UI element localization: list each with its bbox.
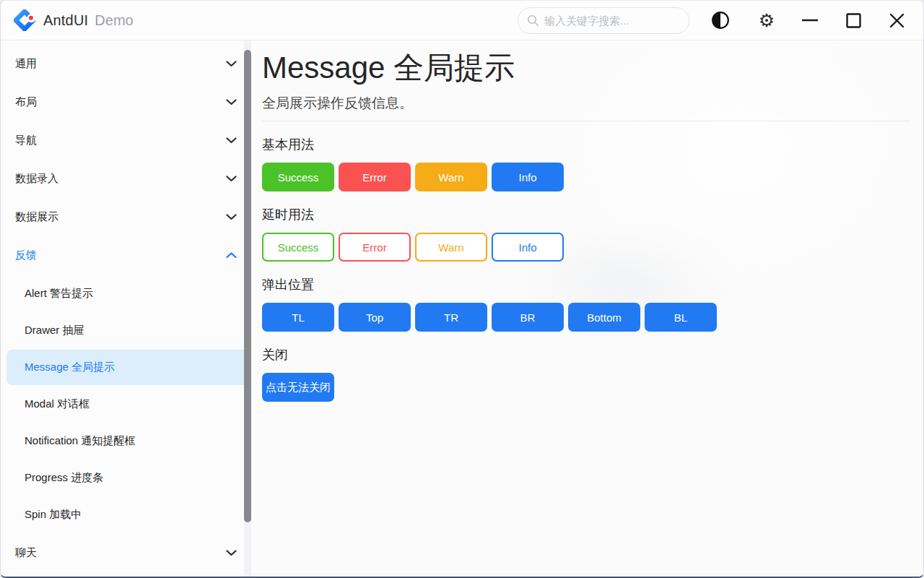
sidebar-item-message[interactable]: Message 全局提示 (6, 350, 250, 385)
app-logo-icon (14, 9, 35, 31)
section-heading-basic: 基本用法 (262, 136, 910, 153)
sidebar-item-chat[interactable]: 聊天 (1, 534, 256, 572)
sidebar-item-notification[interactable]: Notification 通知提醒框 (6, 423, 250, 459)
search-input[interactable] (544, 14, 680, 27)
message-info-button[interactable]: Info (492, 163, 564, 191)
sidebar-subitem-label: Spin 加载中 (25, 508, 82, 522)
message-error-button[interactable]: Error (339, 163, 411, 191)
section-heading-position: 弹出位置 (262, 276, 910, 293)
position-bl-button[interactable]: BL (645, 303, 717, 332)
sidebar-item-label: 通用 (15, 57, 37, 71)
position-bottom-button[interactable]: Bottom (568, 303, 640, 332)
basic-usage-buttons: Success Error Warn Info (262, 163, 910, 191)
sidebar-item-alert[interactable]: Alert 警告提示 (6, 276, 250, 311)
position-tl-button[interactable]: TL (262, 303, 334, 332)
sidebar-item-label: 布局 (15, 95, 37, 109)
sidebar-item-feedback[interactable]: 反馈 (1, 236, 256, 275)
chevron-down-icon (226, 550, 237, 556)
sidebar-item-label: 数据展示 (15, 210, 58, 224)
sidebar-item-drawer[interactable]: Drawer 抽屉 (6, 313, 250, 348)
chevron-down-icon (226, 214, 237, 220)
divider (262, 121, 910, 121)
delay-error-button[interactable]: Error (339, 233, 411, 262)
section-heading-delay: 延时用法 (262, 206, 910, 223)
sidebar-item-label: 数据录入 (15, 172, 58, 186)
sidebar-item-progress[interactable]: Progress 进度条 (6, 460, 250, 496)
sidebar-subitem-label: Progress 进度条 (25, 471, 103, 485)
chevron-down-icon (226, 99, 237, 105)
titlebar-controls: ⚙ (518, 7, 913, 34)
position-top-button[interactable]: Top (339, 303, 411, 332)
search-box[interactable] (518, 7, 689, 34)
cannot-close-button[interactable]: 点击无法关闭 (262, 373, 334, 402)
scrollbar-thumb[interactable] (244, 50, 251, 522)
sidebar-item-label: 反馈 (15, 249, 37, 262)
message-success-button[interactable]: Success (262, 163, 334, 191)
chevron-down-icon (226, 176, 237, 182)
sidebar-item-layout[interactable]: 布局 (1, 83, 256, 121)
app-window: AntdUI Demo ⚙ (0, 0, 924, 578)
theme-toggle-button[interactable] (704, 7, 737, 34)
sidebar-subitem-label: Drawer 抽屉 (25, 324, 84, 337)
titlebar: AntdUI Demo ⚙ (1, 1, 923, 40)
settings-button[interactable]: ⚙ (750, 7, 783, 34)
app-title: AntdUI (43, 12, 88, 29)
sidebar-item-spin[interactable]: Spin 加载中 (6, 497, 250, 532)
page-title: Message 全局提示 (262, 50, 910, 86)
sidebar-subitem-label: Message 全局提示 (25, 361, 115, 374)
message-warn-button[interactable]: Warn (415, 163, 487, 191)
sidebar-item-data-display[interactable]: 数据展示 (1, 198, 256, 236)
sidebar-item-navigation[interactable]: 导航 (1, 121, 256, 160)
sidebar-scrollbar[interactable] (244, 40, 251, 577)
minimize-button[interactable] (793, 7, 827, 34)
search-icon (527, 14, 539, 27)
close-button[interactable] (880, 7, 913, 34)
delay-info-button[interactable]: Info (492, 233, 564, 262)
close-buttons: 点击无法关闭 (262, 373, 910, 402)
delay-warn-button[interactable]: Warn (415, 233, 487, 262)
sidebar-item-label: 聊天 (15, 546, 37, 560)
chevron-up-icon (226, 252, 237, 259)
sidebar-item-modal[interactable]: Modal 对话框 (6, 387, 250, 422)
section-heading-close: 关闭 (262, 346, 910, 363)
delay-usage-buttons: Success Error Warn Info (262, 233, 910, 262)
sidebar-item-label: 导航 (15, 134, 37, 147)
maximize-button[interactable] (837, 7, 870, 34)
sidebar-subitem-label: Notification 通知提醒框 (25, 434, 135, 448)
chevron-down-icon (226, 61, 237, 67)
page-subtitle: 全局展示操作反馈信息。 (262, 95, 910, 112)
sidebar-subitem-label: Modal 对话框 (25, 397, 90, 411)
main-content: Message 全局提示 全局展示操作反馈信息。 基本用法 Success Er… (262, 40, 923, 577)
position-tr-button[interactable]: TR (415, 303, 487, 332)
chevron-down-icon (226, 137, 237, 144)
app-subtitle: Demo (95, 12, 133, 29)
delay-success-button[interactable]: Success (262, 233, 334, 262)
sidebar-subitem-label: Alert 警告提示 (25, 287, 93, 301)
sidebar-item-data-entry[interactable]: 数据录入 (1, 160, 256, 198)
sidebar-item-general[interactable]: 通用 (1, 45, 256, 83)
position-buttons: TL Top TR BR Bottom BL (262, 303, 910, 332)
position-br-button[interactable]: BR (492, 303, 564, 332)
brand: AntdUI Demo (14, 9, 134, 31)
sidebar: 通用 布局 导航 数据录入 数据展示 (1, 40, 256, 577)
